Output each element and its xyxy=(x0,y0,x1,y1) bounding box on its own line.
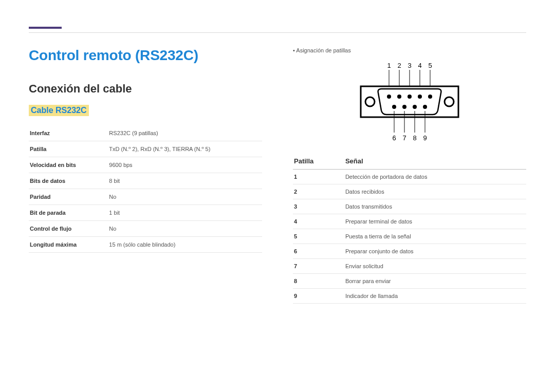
pin-row: 2 Datos recibidos xyxy=(293,184,526,199)
spec-label: Paridad xyxy=(29,189,108,205)
pin-header-pin: Patilla xyxy=(293,153,344,170)
svg-point-10 xyxy=(418,95,422,99)
pin-signal: Indicador de llamada xyxy=(344,289,526,304)
spec-label: Bit de parada xyxy=(29,205,108,221)
spec-label: Longitud máxima xyxy=(29,237,108,253)
spec-row: Bit de parada 1 bit xyxy=(29,205,262,221)
pin-label-7: 7 xyxy=(402,134,406,142)
pin-signal: Detección de portadora de datos xyxy=(344,170,526,184)
spec-value: No xyxy=(108,221,262,237)
svg-point-11 xyxy=(428,95,432,99)
svg-point-14 xyxy=(413,105,417,109)
pin-num: 2 xyxy=(293,184,344,199)
spec-row: Control de flujo No xyxy=(29,221,262,237)
svg-point-8 xyxy=(397,95,401,99)
spec-row: Paridad No xyxy=(29,189,262,205)
spec-value: 1 bit xyxy=(108,205,262,221)
pin-row: 3 Datos transmitidos xyxy=(293,199,526,214)
pin-row: 6 Preparar conjunto de datos xyxy=(293,244,526,259)
page-title: Control remoto (RS232C) xyxy=(29,47,262,64)
spec-value: 8 bit xyxy=(108,173,262,189)
svg-point-6 xyxy=(445,97,454,106)
pin-label-3: 3 xyxy=(408,62,411,69)
section-heading: Conexión del cable xyxy=(29,82,262,96)
content-wrapper: Control remoto (RS232C) Conexión del cab… xyxy=(29,47,526,304)
pin-label-2: 2 xyxy=(397,62,401,69)
header-accent-bar xyxy=(29,27,62,29)
pin-num: 6 xyxy=(293,244,344,259)
pin-signal: Borrar para enviar xyxy=(344,274,526,289)
spec-row: Bits de datos 8 bit xyxy=(29,173,262,189)
pin-signal: Datos recibidos xyxy=(344,184,526,199)
spec-row: Longitud máxima 15 m (sólo cable blindad… xyxy=(29,237,262,253)
spec-label: Control de flujo xyxy=(29,221,108,237)
svg-point-15 xyxy=(423,105,427,109)
spec-value: 9600 bps xyxy=(108,157,262,173)
db9-connector-diagram: 1 2 3 4 5 xyxy=(293,61,526,143)
spec-label: Velocidad en bits xyxy=(29,157,108,173)
pin-label-8: 8 xyxy=(413,134,416,142)
spec-row: Interfaz RS232C (9 patillas) xyxy=(29,125,262,141)
pin-label-1: 1 xyxy=(387,62,391,69)
spec-row: Velocidad en bits 9600 bps xyxy=(29,157,262,173)
pin-signal: Datos transmitidos xyxy=(344,199,526,214)
pin-row: 7 Enviar solicitud xyxy=(293,259,526,274)
spec-value: RS232C (9 patillas) xyxy=(108,125,262,141)
right-column: • Asignación de patillas 1 2 3 4 5 xyxy=(293,47,526,304)
pin-num: 5 xyxy=(293,229,344,244)
bullet-assignment: • Asignación de patillas xyxy=(293,47,526,53)
subsection-heading: Cable RS232C xyxy=(29,105,89,116)
pin-label-6: 6 xyxy=(392,134,396,142)
pin-label-4: 4 xyxy=(418,62,421,69)
pin-label-9: 9 xyxy=(423,134,427,142)
pin-num: 1 xyxy=(293,170,344,184)
svg-point-13 xyxy=(402,105,406,109)
spec-label: Interfaz xyxy=(29,125,108,141)
pin-signal: Preparar conjunto de datos xyxy=(344,244,526,259)
pin-signal: Preparar terminal de datos xyxy=(344,214,526,229)
left-column: Control remoto (RS232C) Conexión del cab… xyxy=(29,47,262,304)
divider-top xyxy=(29,32,526,33)
pin-num: 7 xyxy=(293,259,344,274)
svg-point-7 xyxy=(387,95,391,99)
pin-row: 9 Indicador de llamada xyxy=(293,289,526,304)
pin-header-signal: Señal xyxy=(344,153,526,170)
spec-label: Bits de datos xyxy=(29,173,108,189)
svg-point-12 xyxy=(392,105,396,109)
pin-row: 8 Borrar para enviar xyxy=(293,274,526,289)
spec-row: Patilla TxD (N.º 2), RxD (N.º 3), TIERRA… xyxy=(29,141,262,157)
spec-label: Patilla xyxy=(29,141,108,157)
pin-signal-table: Patilla Señal 1 Detección de portadora d… xyxy=(293,153,526,304)
db9-connector-icon: 1 2 3 4 5 xyxy=(350,61,469,143)
spec-value: No xyxy=(108,189,262,205)
pin-num: 9 xyxy=(293,289,344,304)
pin-row: 5 Puesta a tierra de la señal xyxy=(293,229,526,244)
spec-value: TxD (N.º 2), RxD (N.º 3), TIERRA (N.º 5) xyxy=(108,141,262,157)
pin-signal: Puesta a tierra de la señal xyxy=(344,229,526,244)
svg-point-9 xyxy=(408,95,412,99)
svg-point-5 xyxy=(365,97,375,106)
pin-num: 4 xyxy=(293,214,344,229)
pin-num: 8 xyxy=(293,274,344,289)
pin-row: 1 Detección de portadora de datos xyxy=(293,170,526,184)
pin-num: 3 xyxy=(293,199,344,214)
spec-value: 15 m (sólo cable blindado) xyxy=(108,237,262,253)
pin-row: 4 Preparar terminal de datos xyxy=(293,214,526,229)
pin-label-5: 5 xyxy=(428,62,432,69)
spec-table: Interfaz RS232C (9 patillas) Patilla TxD… xyxy=(29,125,262,253)
pin-signal: Enviar solicitud xyxy=(344,259,526,274)
